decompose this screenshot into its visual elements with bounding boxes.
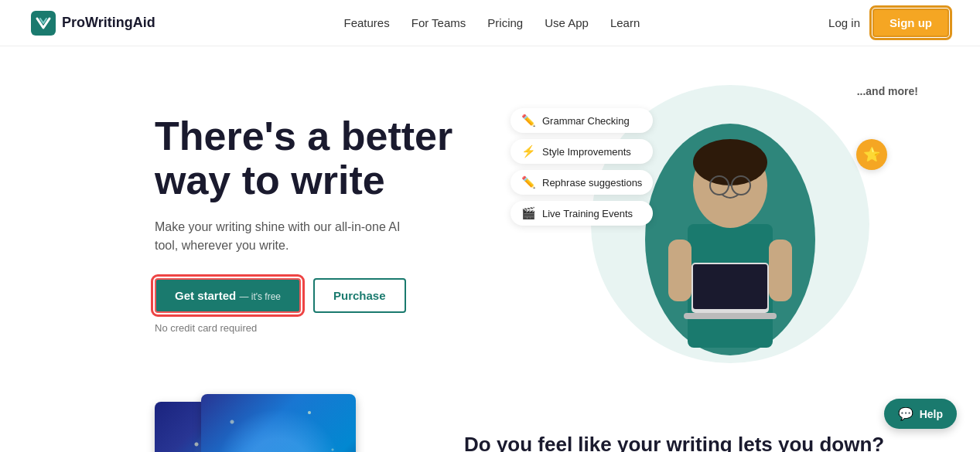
help-label: Help <box>920 408 943 420</box>
bubble-style-label: Style Improvements <box>542 146 631 158</box>
nav-link-features[interactable]: Features <box>344 16 390 29</box>
feature-bubbles: ✏️ Grammar Checking ⚡ Style Improvements… <box>510 108 653 226</box>
nav-item-teams[interactable]: For Teams <box>411 16 466 30</box>
get-started-label: Get started <box>175 289 236 302</box>
hero-title-line1: There's a better <box>155 114 452 158</box>
hero-title-line2: way to write <box>155 158 385 202</box>
nav-item-learn[interactable]: Learn <box>610 16 640 30</box>
grammar-icon: ✏️ <box>521 114 536 127</box>
style-icon: ⚡ <box>521 144 536 158</box>
no-credit-text: No credit card required <box>155 322 526 334</box>
bubble-grammar-label: Grammar Checking <box>542 115 630 127</box>
svg-point-4 <box>693 139 767 185</box>
help-icon: 💬 <box>898 406 913 421</box>
get-started-free-label: — it's free <box>239 291 281 302</box>
hero-right: ...and more! ⭐ <box>526 77 934 371</box>
nav-item-features[interactable]: Features <box>344 16 390 30</box>
navbar: ProWritingAid Features For Teams Pricing… <box>0 0 980 46</box>
nav-item-useapp[interactable]: Use App <box>545 16 589 30</box>
nav-right: Log in Sign up <box>828 8 949 37</box>
nav-link-learn[interactable]: Learn <box>610 16 640 29</box>
svg-rect-11 <box>668 240 691 301</box>
nav-link-pricing[interactable]: Pricing <box>487 16 523 29</box>
hero-section: There's a better way to write Make your … <box>0 46 980 394</box>
logo-icon <box>31 11 56 36</box>
bottom-text: Do you feel like your writing lets you d… <box>464 433 884 453</box>
bubble-style: ⚡ Style Improvements <box>510 139 653 164</box>
svg-rect-10 <box>684 313 777 319</box>
person-svg <box>630 85 831 363</box>
bottom-image-area <box>155 394 402 452</box>
logo[interactable]: ProWritingAid <box>31 11 155 36</box>
svg-rect-9 <box>693 264 767 309</box>
card-front <box>201 394 356 452</box>
bubble-training: 🎬 Live Training Events <box>510 201 653 226</box>
svg-rect-12 <box>769 240 792 301</box>
bubble-training-label: Live Training Events <box>542 208 633 219</box>
nav-links: Features For Teams Pricing Use App Learn <box>344 16 640 30</box>
purchase-button[interactable]: Purchase <box>313 278 406 313</box>
hero-title: There's a better way to write <box>155 114 526 202</box>
login-link[interactable]: Log in <box>828 16 860 29</box>
bottom-section: Do you feel like your writing lets you d… <box>0 394 980 452</box>
bottom-title: Do you feel like your writing lets you d… <box>464 433 884 453</box>
and-more-label: ...and more! <box>857 85 918 97</box>
bubble-grammar: ✏️ Grammar Checking <box>510 108 653 133</box>
nav-item-pricing[interactable]: Pricing <box>487 16 523 30</box>
star-badge: ⭐ <box>856 139 887 170</box>
help-button[interactable]: 💬 Help <box>884 399 957 429</box>
hero-subtitle: Make your writing shine with our all-in-… <box>155 218 418 255</box>
signup-button[interactable]: Sign up <box>872 8 949 37</box>
nav-link-teams[interactable]: For Teams <box>411 16 466 29</box>
training-icon: 🎬 <box>521 206 536 220</box>
nav-link-useapp[interactable]: Use App <box>545 16 589 29</box>
person-illustration <box>630 85 831 363</box>
hero-left: There's a better way to write Make your … <box>155 114 526 334</box>
get-started-button[interactable]: Get started — it's free <box>155 278 301 313</box>
hero-buttons: Get started — it's free Purchase <box>155 278 526 313</box>
logo-text: ProWritingAid <box>62 15 155 31</box>
rephrase-icon: ✏️ <box>521 175 536 189</box>
bubble-rephrase: ✏️ Rephrase suggestions <box>510 170 653 195</box>
bubble-rephrase-label: Rephrase suggestions <box>542 177 642 189</box>
